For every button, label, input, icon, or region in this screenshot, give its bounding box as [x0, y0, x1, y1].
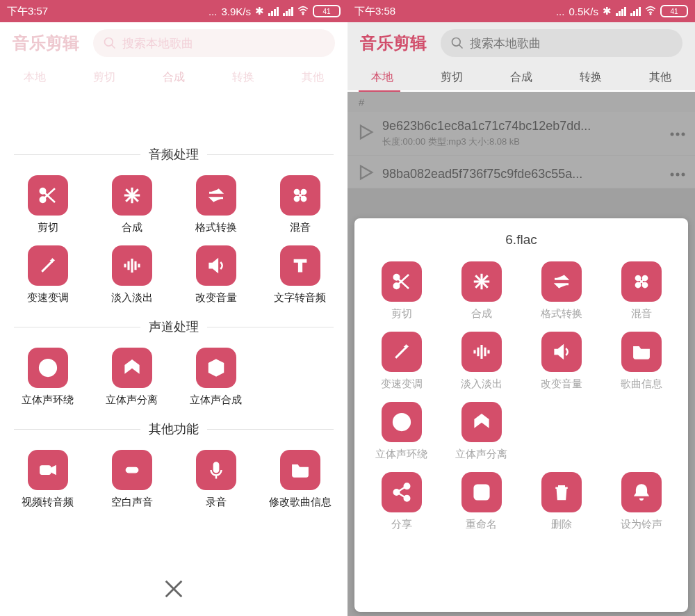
signal-icon: [616, 6, 626, 16]
tab-local[interactable]: 本地: [371, 70, 393, 85]
section-channel-title: 声道处理: [14, 318, 334, 335]
fade-icon: [112, 245, 152, 286]
surround-icon: [382, 402, 422, 442]
tools-panel: 音频处理 剪切 合成 格式转换 混音 变速变调 淡入淡出 改变音量 文字转音频 …: [0, 139, 348, 616]
phone-right: 下午3:58 ... 0.5K/s ✱ 41 音乐剪辑 搜索本地歌曲 本地 剪切…: [348, 0, 695, 616]
fade-icon: [461, 332, 502, 372]
wand-icon: [28, 245, 68, 286]
tool-video2audio[interactable]: 视频转音频: [6, 446, 90, 516]
section-audio-title: 音频处理: [14, 146, 334, 163]
volume-icon: [196, 245, 236, 286]
bluetooth-icon: ✱: [603, 5, 612, 17]
header: 音乐剪辑 搜索本地歌曲: [348, 22, 695, 64]
tool-surround[interactable]: 立体声环绕: [6, 343, 90, 414]
sheet-ringtone[interactable]: 设为铃声: [601, 468, 681, 538]
edit-icon: [461, 472, 502, 512]
volume-icon: [541, 332, 582, 372]
tool-format[interactable]: 格式转换: [174, 171, 258, 241]
tool-fade[interactable]: 淡入淡出: [90, 241, 174, 311]
tab-conv[interactable]: 转换: [232, 70, 254, 85]
search-placeholder: 搜索本地歌曲: [470, 35, 541, 51]
tab-merge[interactable]: 合成: [163, 70, 185, 85]
split-icon: [461, 402, 502, 442]
scissors-icon: [382, 261, 422, 302]
net-speed: 3.9K/s: [221, 6, 251, 17]
merge-icon: [461, 261, 502, 302]
tool-volume[interactable]: 改变音量: [174, 241, 258, 311]
svg-rect-24: [40, 466, 50, 475]
signal-icon: [283, 6, 293, 16]
battery-icon: 41: [660, 5, 688, 17]
sheet-cut[interactable]: 剪切: [361, 257, 441, 327]
search-input[interactable]: 搜索本地歌曲: [93, 29, 335, 57]
sheet-mix[interactable]: 混音: [601, 257, 681, 327]
text-icon: [280, 245, 320, 286]
sheet-rename[interactable]: 重命名: [441, 468, 521, 538]
search-input[interactable]: 搜索本地歌曲: [441, 29, 682, 57]
tool-tts[interactable]: 文字转音频: [258, 241, 342, 311]
tool-combine[interactable]: 立体声合成: [174, 343, 258, 414]
tool-merge[interactable]: 合成: [90, 171, 174, 241]
tabs: 本地 剪切 合成 转换 其他: [0, 64, 348, 90]
folder-icon: [621, 332, 662, 372]
sheet-info[interactable]: 歌曲信息: [601, 327, 681, 398]
sheet-fade[interactable]: 淡入淡出: [441, 327, 521, 398]
status-time: 下午3:58: [354, 5, 395, 18]
action-sheet: 6.flac 剪切 合成 格式转换 混音 变速变调 淡入淡出 改变音量 歌曲信息…: [354, 218, 688, 612]
svg-line-62: [398, 487, 405, 492]
tab-merge[interactable]: 合成: [510, 70, 532, 85]
section-other-title: 其他功能: [14, 421, 334, 437]
sheet-surround[interactable]: 立体声环绕: [361, 398, 441, 468]
tab-local[interactable]: 本地: [24, 70, 46, 85]
tab-conv[interactable]: 转换: [580, 70, 602, 85]
tool-split[interactable]: 立体声分离: [90, 343, 174, 414]
sheet-speed[interactable]: 变速变调: [361, 327, 441, 398]
signal-icon: [630, 6, 641, 16]
tab-other[interactable]: 其他: [302, 70, 324, 85]
tool-editinfo[interactable]: 修改歌曲信息: [258, 446, 342, 516]
tool-record[interactable]: 录音: [174, 446, 258, 516]
sheet-format[interactable]: 格式转换: [521, 257, 601, 327]
blank-icon: [112, 450, 152, 490]
sheet-share[interactable]: 分享: [361, 468, 441, 538]
sheet-merge[interactable]: 合成: [441, 257, 521, 327]
app-title: 音乐剪辑: [13, 32, 79, 54]
wifi-icon: [645, 6, 656, 17]
status-bar: 下午3:57 ... 3.9K/s ✱ 41: [0, 0, 348, 22]
svg-point-30: [650, 13, 651, 14]
search-placeholder: 搜索本地歌曲: [122, 35, 193, 51]
sheet-split[interactable]: 立体声分离: [441, 398, 521, 468]
app-title: 音乐剪辑: [360, 32, 427, 54]
sheet-volume[interactable]: 改变音量: [521, 327, 601, 398]
tool-mix[interactable]: 混音: [258, 171, 342, 241]
close-button[interactable]: [0, 577, 348, 603]
mic-icon: [196, 450, 236, 490]
svg-point-1: [105, 38, 113, 47]
tab-cut[interactable]: 剪切: [93, 70, 115, 85]
sheet-delete[interactable]: 删除: [521, 468, 601, 538]
cube-icon: [196, 348, 236, 388]
surround-icon: [28, 348, 68, 388]
tabs: 本地 剪切 合成 转换 其他: [348, 64, 695, 90]
phone-left: 下午3:57 ... 3.9K/s ✱ 41 音乐剪辑 搜索本地歌曲 本地 剪切…: [0, 0, 348, 616]
svg-line-32: [459, 45, 463, 49]
tool-blank[interactable]: 空白声音: [90, 446, 174, 516]
tab-other[interactable]: 其他: [649, 70, 671, 85]
tool-cut[interactable]: 剪切: [6, 171, 90, 241]
status-bar: 下午3:58 ... 0.5K/s ✱ 41: [348, 0, 695, 22]
wifi-icon: [297, 6, 309, 17]
tab-cut[interactable]: 剪切: [441, 70, 463, 85]
bell-icon: [621, 472, 662, 512]
trash-icon: [541, 472, 582, 512]
tool-speed[interactable]: 变速变调: [6, 241, 90, 311]
svg-point-31: [452, 38, 461, 47]
bluetooth-icon: ✱: [255, 5, 264, 17]
sheet-title: 6.flac: [359, 232, 684, 248]
swap-icon: [196, 175, 236, 216]
folder-icon: [280, 450, 320, 490]
svg-line-2: [112, 45, 115, 49]
signal-icon: [268, 6, 279, 16]
svg-point-0: [302, 13, 303, 14]
mix-icon: [280, 175, 320, 216]
scissors-icon: [28, 175, 68, 216]
